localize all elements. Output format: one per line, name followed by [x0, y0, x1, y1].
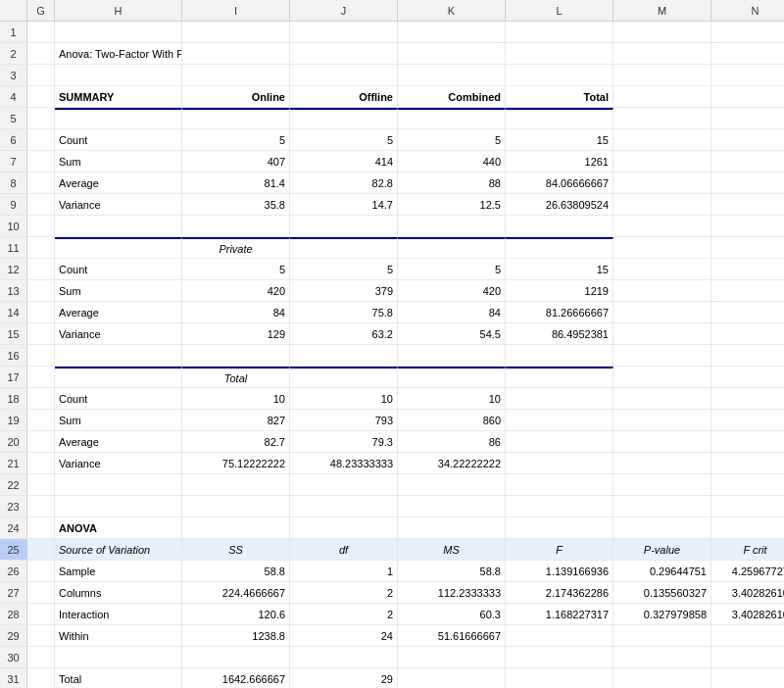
cell-k[interactable]	[398, 22, 506, 42]
cell-l[interactable]: 1.168227317	[506, 604, 613, 624]
cell-n[interactable]	[711, 668, 784, 688]
cell-l[interactable]	[506, 431, 613, 452]
cell-l[interactable]: 15	[506, 129, 613, 150]
cell-j[interactable]	[290, 496, 398, 516]
cell-i[interactable]	[182, 647, 290, 667]
cell-n[interactable]	[711, 65, 784, 85]
cell-m[interactable]: 0.135560327	[613, 582, 711, 603]
cell-k[interactable]: 5	[398, 129, 506, 150]
cell-m[interactable]	[613, 625, 711, 646]
cell-n[interactable]	[711, 647, 784, 667]
cell-m[interactable]	[613, 668, 711, 688]
cell-m[interactable]	[613, 43, 711, 64]
cell-m[interactable]	[613, 86, 711, 107]
cell-k[interactable]	[398, 237, 506, 258]
cell-g[interactable]	[27, 561, 55, 581]
cell-n[interactable]	[711, 108, 784, 128]
cell-h[interactable]: Average	[55, 302, 182, 322]
cell-g[interactable]	[27, 86, 55, 107]
cell-m[interactable]	[613, 388, 711, 409]
cell-j[interactable]: 2	[290, 582, 398, 603]
cell-j[interactable]: 82.8	[290, 172, 398, 193]
cell-l[interactable]	[506, 625, 613, 646]
cell-i[interactable]: 35.8	[182, 194, 290, 215]
cell-k[interactable]: 420	[398, 280, 506, 301]
cell-g[interactable]	[27, 22, 55, 42]
cell-j[interactable]	[290, 237, 398, 258]
cell-h[interactable]: SUMMARY	[55, 86, 182, 107]
cell-m[interactable]	[613, 496, 711, 516]
cell-i[interactable]	[182, 108, 290, 128]
cell-n[interactable]	[711, 431, 784, 452]
cell-h[interactable]: Average	[55, 431, 182, 452]
cell-j[interactable]	[290, 647, 398, 667]
cell-n[interactable]	[711, 237, 784, 258]
cell-l[interactable]	[506, 367, 613, 387]
cell-n[interactable]	[711, 151, 784, 172]
cell-l[interactable]: 86.4952381	[506, 323, 613, 344]
cell-j[interactable]	[290, 367, 398, 387]
cell-i[interactable]: 5	[182, 129, 290, 150]
cell-m[interactable]: P-value	[613, 539, 711, 560]
cell-g[interactable]	[27, 647, 55, 667]
cell-g[interactable]	[27, 237, 55, 258]
cell-l[interactable]: Total	[506, 86, 613, 107]
cell-k[interactable]	[398, 216, 506, 236]
cell-m[interactable]	[613, 172, 711, 193]
cell-g[interactable]	[27, 668, 55, 688]
cell-n[interactable]: 4.259677273	[711, 561, 784, 581]
cell-k[interactable]	[398, 367, 506, 387]
cell-h[interactable]: ANOVA	[55, 517, 182, 538]
cell-n[interactable]	[711, 129, 784, 150]
cell-h[interactable]	[55, 22, 182, 42]
cell-g[interactable]	[27, 345, 55, 366]
cell-j[interactable]: 414	[290, 151, 398, 172]
cell-n[interactable]: 3.402826105	[711, 604, 784, 624]
cell-h[interactable]: Within	[55, 625, 182, 646]
cell-j[interactable]: 379	[290, 280, 398, 301]
cell-k[interactable]: 84	[398, 302, 506, 322]
cell-m[interactable]	[613, 431, 711, 452]
cell-l[interactable]	[506, 517, 613, 538]
cell-l[interactable]	[506, 108, 613, 128]
cell-n[interactable]	[711, 280, 784, 301]
cell-n[interactable]	[711, 453, 784, 473]
cell-k[interactable]	[398, 474, 506, 495]
cell-m[interactable]	[613, 151, 711, 172]
cell-n[interactable]: 3.402826105	[711, 582, 784, 603]
cell-k[interactable]: 88	[398, 172, 506, 193]
cell-m[interactable]	[613, 237, 711, 258]
cell-g[interactable]	[27, 453, 55, 473]
cell-h[interactable]: Columns	[55, 582, 182, 603]
cell-h[interactable]: Anova: Two-Factor With Replication	[55, 43, 182, 64]
cell-i[interactable]: 82.7	[182, 431, 290, 452]
cell-n[interactable]	[711, 388, 784, 409]
cell-n[interactable]	[711, 625, 784, 646]
cell-m[interactable]	[613, 367, 711, 387]
cell-m[interactable]	[613, 108, 711, 128]
cell-h[interactable]: Sum	[55, 280, 182, 301]
cell-g[interactable]	[27, 539, 55, 560]
cell-h[interactable]: Variance	[55, 453, 182, 473]
cell-k[interactable]	[398, 108, 506, 128]
cell-m[interactable]	[613, 345, 711, 366]
cell-k[interactable]: 58.8	[398, 561, 506, 581]
cell-h[interactable]: Count	[55, 388, 182, 409]
cell-g[interactable]	[27, 431, 55, 452]
cell-g[interactable]	[27, 367, 55, 387]
cell-h[interactable]: Total	[55, 668, 182, 688]
cell-m[interactable]	[613, 129, 711, 150]
cell-l[interactable]	[506, 388, 613, 409]
cell-k[interactable]: 54.5	[398, 323, 506, 344]
cell-l[interactable]: 84.06666667	[506, 172, 613, 193]
cell-h[interactable]	[55, 367, 182, 387]
cell-i[interactable]	[182, 22, 290, 42]
cell-g[interactable]	[27, 302, 55, 322]
cell-n[interactable]	[711, 517, 784, 538]
cell-m[interactable]: 0.327979858	[613, 604, 711, 624]
cell-l[interactable]	[506, 453, 613, 473]
cell-i[interactable]	[182, 345, 290, 366]
cell-g[interactable]	[27, 604, 55, 624]
cell-j[interactable]	[290, 345, 398, 366]
cell-k[interactable]: 10	[398, 388, 506, 409]
